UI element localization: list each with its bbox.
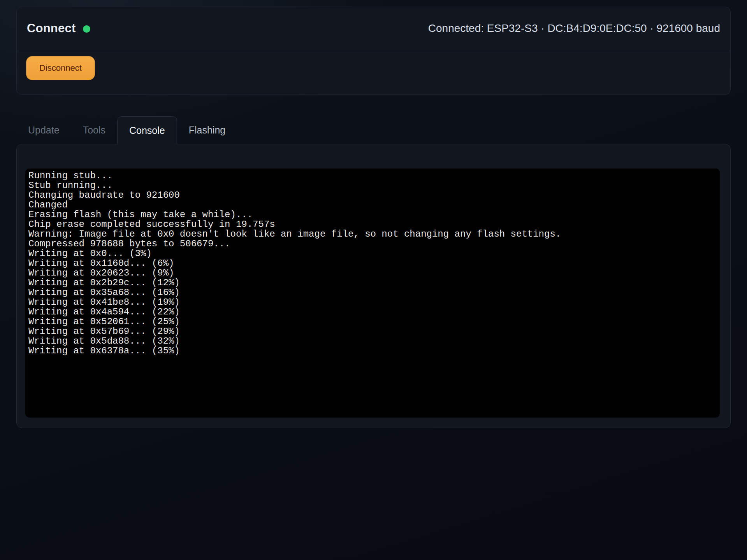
connect-title-group: Connect [27, 21, 90, 35]
tab-flashing[interactable]: Flashing [177, 116, 237, 144]
console-line: Erasing flash (this may take a while)... [28, 210, 717, 219]
console-line: Chip erase completed successfully in 19.… [28, 219, 717, 229]
tab-tools[interactable]: Tools [71, 116, 117, 144]
page: Connect Connected: ESP32-S3 · DC:B4:D9:0… [0, 0, 747, 428]
console-line: Writing at 0x57b69... (29%) [28, 327, 717, 336]
connection-info-text: Connected: ESP32-S3 · DC:B4:D9:0E:DC:50 … [428, 22, 720, 35]
tab-bar: Update Tools Console Flashing [16, 116, 731, 144]
console-line: Writing at 0x35a68... (16%) [28, 288, 717, 297]
console-line: Writing at 0x2b29c... (12%) [28, 278, 717, 288]
tab-console[interactable]: Console [117, 116, 177, 144]
console-line: Writing at 0x20623... (9%) [28, 268, 717, 278]
connect-card-body: Disconnect [17, 50, 730, 95]
console-line: Writing at 0x0... (3%) [28, 249, 717, 258]
console-output[interactable]: Running stub... Stub running... Changing… [25, 169, 720, 418]
console-line: Changed [28, 200, 717, 210]
console-line: Stub running... [28, 181, 717, 190]
console-line: Changing baudrate to 921600 [28, 190, 717, 200]
connect-card-title: Connect [27, 21, 76, 35]
console-line: Warning: Image file at 0x0 doesn't look … [28, 229, 717, 239]
disconnect-button[interactable]: Disconnect [26, 56, 95, 80]
console-line: Writing at 0x1160d... (6%) [28, 258, 717, 268]
tab-update[interactable]: Update [16, 116, 71, 144]
connect-card-header: Connect Connected: ESP32-S3 · DC:B4:D9:0… [17, 7, 730, 50]
console-line: Writing at 0x4a594... (22%) [28, 307, 717, 317]
console-line: Writing at 0x5da88... (32%) [28, 336, 717, 346]
console-line: Writing at 0x52061... (25%) [28, 317, 717, 327]
console-line: Compressed 978688 bytes to 506679... [28, 239, 717, 249]
connect-card: Connect Connected: ESP32-S3 · DC:B4:D9:0… [16, 7, 731, 95]
console-panel: Running stub... Stub running... Changing… [16, 144, 731, 428]
console-line: Writing at 0x6378a... (35%) [28, 346, 717, 356]
connection-status-dot [83, 25, 90, 33]
console-line: Writing at 0x41be8... (19%) [28, 297, 717, 307]
console-line: Running stub... [28, 171, 717, 181]
